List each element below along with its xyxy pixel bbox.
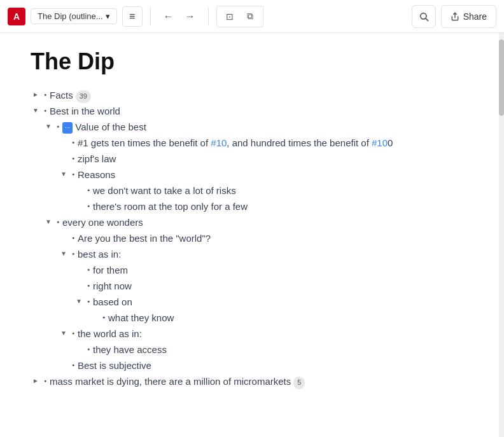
toggle-arrow[interactable] xyxy=(59,167,69,179)
bullet-point xyxy=(84,263,93,273)
node-text: Best is subjective xyxy=(78,358,151,373)
toggle-arrow[interactable] xyxy=(31,104,41,116)
list-item: what they know xyxy=(31,310,479,326)
view-outline-button[interactable]: ⊡ xyxy=(221,8,239,25)
node-text: best as in: xyxy=(78,247,121,262)
bullet-point xyxy=(69,326,78,336)
list-item: Best in the world xyxy=(31,104,479,119)
chevron-down-icon: ▾ xyxy=(106,11,110,21)
bullet-point xyxy=(84,183,93,193)
search-button[interactable] xyxy=(412,5,436,28)
bullet-point xyxy=(69,167,78,177)
node-text: Best in the world xyxy=(50,104,120,119)
toolbar-right: Share xyxy=(412,5,496,28)
list-item: they have access xyxy=(31,342,479,357)
bullet-point xyxy=(84,199,93,209)
list-item: for them xyxy=(31,263,479,278)
app-logo: A xyxy=(8,8,25,25)
node-text: there's room at the top only for a few xyxy=(93,199,248,214)
node-text: every one wonders xyxy=(62,215,143,230)
node-text: Reasons xyxy=(78,167,115,183)
bullet-point xyxy=(69,247,78,257)
menu-icon: ≡ xyxy=(129,11,135,22)
count-badge: 5 xyxy=(293,377,305,389)
bullet-point xyxy=(84,279,93,289)
bullet-point xyxy=(41,104,50,114)
node-text: they have access xyxy=(93,342,167,357)
toggle-arrow[interactable] xyxy=(59,247,69,259)
list-item: every one wonders xyxy=(31,215,479,230)
node-text: Are you the best in the "world"? xyxy=(78,231,211,246)
bullet-point xyxy=(69,358,78,368)
bullet-point xyxy=(41,88,50,98)
doc-title-button[interactable]: The Dip (outline... ▾ xyxy=(31,8,117,24)
bullet-point xyxy=(69,151,78,162)
document-title: The Dip xyxy=(31,48,479,75)
toggle-arrow[interactable] xyxy=(59,326,69,338)
node-text: we don't want to take a lot of risks xyxy=(93,183,236,198)
list-item: best as in: xyxy=(31,247,479,262)
list-item: #1 gets ten times the benefit of #10, an… xyxy=(31,135,479,151)
outline-tree: Facts39Best in the world···Value of the … xyxy=(31,88,479,389)
list-item: Best is subjective xyxy=(31,358,479,373)
share-icon xyxy=(451,12,459,21)
toggle-arrow[interactable] xyxy=(74,295,84,307)
bullet-point xyxy=(53,120,62,130)
list-item: ···Value of the best xyxy=(31,120,479,135)
toolbar-divider-2 xyxy=(208,8,209,25)
list-item: Reasons xyxy=(31,167,479,183)
list-item: there's room at the top only for a few xyxy=(31,199,479,214)
node-text: the world as in: xyxy=(78,326,142,342)
svg-line-1 xyxy=(426,18,428,21)
node-text: based on xyxy=(93,295,132,310)
toggle-arrow[interactable] xyxy=(31,88,41,100)
node-text: zipf's law xyxy=(78,151,116,167)
list-item: Are you the best in the "world"? xyxy=(31,231,479,246)
toggle-arrow[interactable] xyxy=(31,374,41,386)
list-item: Facts39 xyxy=(31,88,479,103)
view-group: ⊡ ⧉ xyxy=(216,6,263,27)
inline-badge: ··· xyxy=(62,122,73,134)
node-text: for them xyxy=(93,263,128,278)
list-item: mass market is dying, there are a millio… xyxy=(31,374,479,389)
menu-button[interactable]: ≡ xyxy=(122,6,143,27)
bullet-point xyxy=(84,342,93,352)
forward-button[interactable]: → xyxy=(180,6,200,27)
main-content: The Dip Facts39Best in the world···Value… xyxy=(0,33,504,437)
list-item: the world as in: xyxy=(31,326,479,342)
list-item: right now xyxy=(31,279,479,294)
nav-group: ← → xyxy=(158,6,200,27)
node-text: mass market is dying, there are a millio… xyxy=(50,374,305,389)
share-label: Share xyxy=(463,11,487,22)
node-text: what they know xyxy=(108,310,174,326)
count-badge: 39 xyxy=(76,90,91,103)
toggle-arrow[interactable] xyxy=(43,120,53,132)
search-icon xyxy=(419,11,429,22)
list-item: based on xyxy=(31,295,479,310)
bullet-point xyxy=(53,215,62,225)
bullet-point xyxy=(69,135,78,146)
toolbar: A The Dip (outline... ▾ ≡ ← → ⊡ ⧉ Share xyxy=(0,0,504,33)
view-grid-button[interactable]: ⧉ xyxy=(241,8,259,25)
bullet-point xyxy=(41,374,50,384)
node-text: #1 gets ten times the benefit of #10, an… xyxy=(78,135,393,151)
back-button[interactable]: ← xyxy=(158,6,179,27)
bullet-point xyxy=(84,295,93,305)
list-item: we don't want to take a lot of risks xyxy=(31,183,479,198)
scrollbar-thumb[interactable] xyxy=(499,39,504,116)
toggle-arrow[interactable] xyxy=(43,215,53,227)
node-text: Facts39 xyxy=(50,88,91,103)
node-text: ···Value of the best xyxy=(62,120,146,135)
toolbar-divider-1 xyxy=(150,8,151,25)
list-item: zipf's law xyxy=(31,151,479,167)
document-area: The Dip Facts39Best in the world···Value… xyxy=(0,33,499,437)
doc-title-text: The Dip (outline... xyxy=(38,11,103,21)
share-button[interactable]: Share xyxy=(441,5,496,28)
bullet-point xyxy=(69,231,78,241)
bullet-point xyxy=(99,310,108,321)
scrollbar-track[interactable] xyxy=(499,33,504,437)
node-text: right now xyxy=(93,279,132,294)
